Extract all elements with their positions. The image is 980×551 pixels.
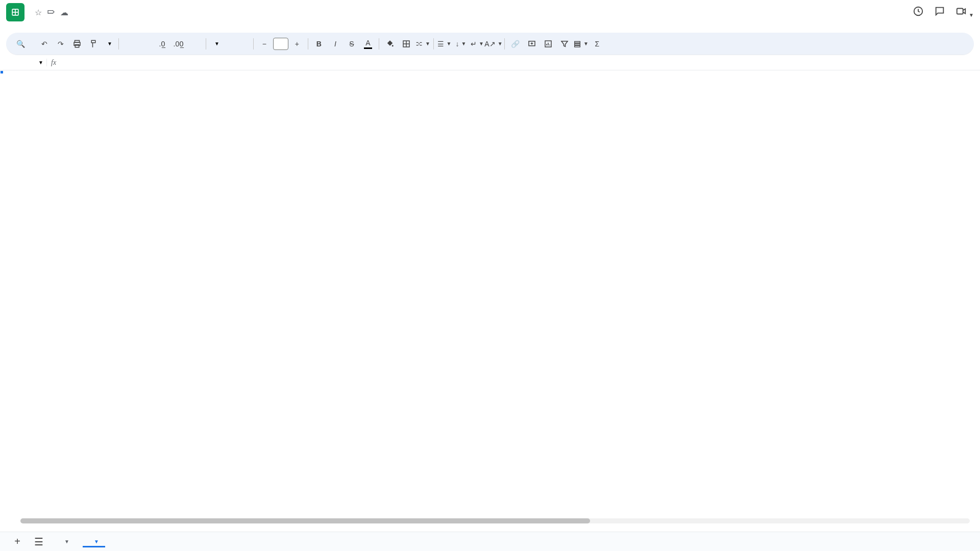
font-size-input[interactable] (273, 38, 288, 50)
svg-rect-2 (16, 10, 18, 12)
svg-point-10 (392, 45, 394, 46)
formula-input[interactable] (60, 62, 980, 64)
strikethrough-button[interactable]: S (344, 36, 359, 52)
title-bar: ☆ ☁ ▼ (0, 0, 980, 24)
meet-icon[interactable]: ▼ (955, 6, 974, 19)
svg-rect-17 (575, 43, 580, 45)
vertical-align-icon[interactable]: ↓▼ (453, 36, 469, 52)
all-sheets-button[interactable]: ☰ (32, 535, 46, 549)
menu-edit[interactable] (38, 26, 46, 30)
font-select[interactable]: ▼ (209, 41, 250, 46)
horizontal-align-icon[interactable]: ☰▼ (437, 36, 452, 52)
menu-insert[interactable] (58, 26, 66, 30)
menu-extensions[interactable] (99, 26, 107, 30)
bold-button[interactable]: B (311, 36, 327, 52)
sheet-tab-sheet2[interactable]: ▼ (83, 536, 105, 547)
menu-tools[interactable] (89, 26, 97, 30)
filter-views-icon[interactable]: ▼ (573, 36, 589, 52)
undo-icon[interactable]: ↶ (37, 36, 52, 52)
svg-rect-16 (575, 41, 580, 43)
insert-link-icon[interactable]: 🔗 (508, 36, 523, 52)
menu-format[interactable] (68, 26, 77, 30)
fill-color-icon[interactable] (382, 36, 398, 52)
history-icon[interactable] (913, 6, 924, 19)
add-sheet-button[interactable]: + (10, 535, 24, 549)
spreadsheet-grid[interactable] (0, 70, 980, 524)
sheet-tabs-bar: + ☰ ▼ ▼ (0, 532, 980, 551)
search-icon[interactable]: 🔍 (12, 36, 27, 52)
menu-bar (0, 24, 980, 33)
text-rotation-icon[interactable]: A↗▼ (486, 36, 501, 52)
formula-bar-row: ▼ fx (0, 55, 980, 70)
svg-rect-4 (16, 13, 18, 15)
svg-rect-3 (13, 13, 15, 15)
more-formats-button[interactable] (187, 36, 203, 52)
borders-icon[interactable] (399, 36, 414, 52)
filter-icon[interactable] (557, 36, 572, 52)
redo-icon[interactable]: ↷ (53, 36, 68, 52)
decrease-decimal-icon[interactable]: .0̲ (155, 36, 170, 52)
menu-file[interactable] (28, 26, 36, 30)
move-icon[interactable] (47, 8, 55, 16)
zoom-select[interactable]: ▼ (102, 41, 115, 46)
menu-data[interactable] (79, 26, 87, 30)
print-icon[interactable] (69, 36, 85, 52)
merge-cells-icon[interactable]: ▼ (415, 36, 430, 52)
menu-view[interactable] (48, 26, 56, 30)
horizontal-scrollbar[interactable] (20, 518, 970, 523)
fx-icon: fx (47, 59, 60, 67)
increase-decimal-icon[interactable]: .00̲ (171, 36, 186, 52)
text-color-button[interactable]: A (360, 36, 376, 52)
cloud-saved-icon[interactable]: ☁ (60, 8, 68, 17)
functions-icon[interactable]: Σ (590, 36, 605, 52)
menu-help[interactable] (109, 26, 117, 30)
insert-comment-icon[interactable] (524, 36, 540, 52)
sheets-logo-icon[interactable] (6, 3, 24, 21)
svg-rect-18 (575, 45, 580, 47)
format-currency-button[interactable] (122, 36, 137, 52)
paint-format-icon[interactable] (86, 36, 101, 52)
svg-rect-6 (957, 9, 963, 14)
italic-button[interactable]: I (328, 36, 343, 52)
name-box[interactable]: ▼ (0, 59, 47, 66)
increase-font-icon[interactable]: + (289, 36, 305, 52)
format-percent-button[interactable] (138, 36, 154, 52)
star-icon[interactable]: ☆ (35, 8, 42, 17)
sheet-tab-sheet1[interactable]: ▼ (53, 536, 76, 547)
decrease-font-icon[interactable]: − (257, 36, 272, 52)
text-wrap-icon[interactable]: ↵▼ (470, 36, 485, 52)
insert-chart-icon[interactable] (541, 36, 556, 52)
toolbar: 🔍 ↶ ↷ ▼ .0̲ .00̲ ▼ − + B I S A ▼ ☰▼ ↓▼ ↵… (6, 33, 974, 55)
svg-rect-1 (13, 10, 15, 12)
comment-icon[interactable] (934, 6, 945, 19)
